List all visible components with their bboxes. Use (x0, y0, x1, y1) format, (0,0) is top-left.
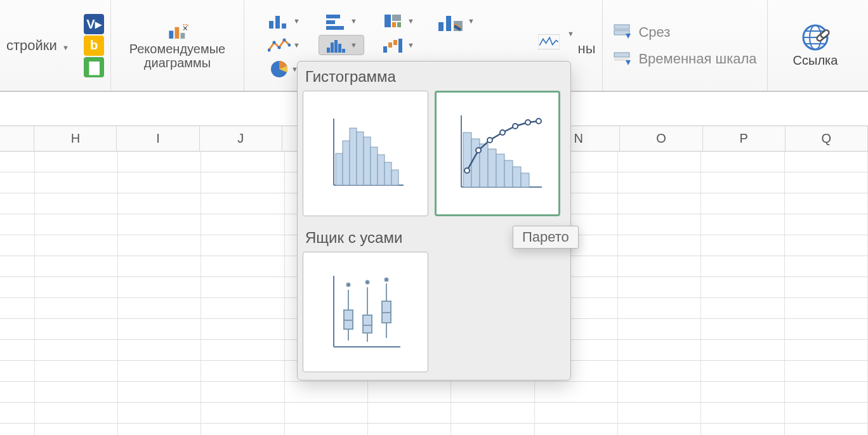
svg-rect-32 (398, 39, 402, 53)
svg-rect-17 (326, 15, 340, 18)
svg-rect-8 (269, 21, 273, 29)
svg-point-7 (187, 24, 188, 25)
svg-point-72 (500, 130, 505, 135)
link-group[interactable]: Ссылка (768, 0, 863, 91)
slicer-label: Срез (638, 24, 670, 41)
svg-rect-64 (488, 149, 496, 187)
slicer-button[interactable]: Срез (613, 23, 670, 41)
svg-rect-33 (438, 22, 444, 31)
svg-rect-34 (446, 16, 451, 31)
svg-rect-65 (496, 154, 504, 187)
dropdown-caret-icon: ▼ (407, 41, 414, 49)
recommended-charts-icon (167, 22, 188, 41)
svg-point-14 (283, 38, 286, 41)
column-header[interactable]: J (200, 126, 282, 151)
svg-rect-10 (282, 23, 286, 29)
svg-rect-27 (392, 22, 396, 27)
svg-rect-1 (174, 27, 179, 38)
box-whisker-option[interactable] (303, 252, 428, 372)
visio-addin-icon[interactable]: V▸ (84, 14, 104, 34)
svg-point-73 (513, 124, 518, 129)
histogram-chart-button[interactable]: ▼ (319, 35, 364, 55)
svg-rect-26 (392, 15, 401, 21)
svg-point-13 (278, 46, 281, 49)
svg-rect-51 (343, 141, 350, 185)
column-header[interactable]: I (117, 126, 199, 151)
svg-point-89 (385, 278, 388, 282)
dropdown-caret-icon: ▼ (468, 17, 475, 25)
dropdown-caret-icon: ▼ (293, 17, 300, 25)
column-header[interactable]: Q (786, 126, 868, 151)
svg-rect-62 (471, 139, 480, 187)
hierarchy-chart-button[interactable]: ▼ (376, 11, 421, 31)
column-header[interactable]: H (34, 126, 117, 151)
pareto-chart-option[interactable] (435, 91, 560, 216)
svg-rect-68 (521, 173, 529, 187)
waterfall-chart-button[interactable]: ▼ (376, 35, 421, 55)
svg-rect-18 (326, 20, 335, 24)
svg-rect-24 (342, 49, 345, 53)
svg-rect-53 (357, 132, 364, 185)
svg-rect-23 (338, 44, 341, 53)
histogram-section-title: Гистограмма (305, 68, 563, 86)
svg-rect-22 (334, 40, 338, 53)
svg-rect-66 (504, 160, 513, 187)
recommended-charts-group[interactable]: Рекомендуемые диаграммы (111, 0, 244, 91)
svg-rect-61 (463, 133, 471, 187)
timeline-label: Временная шкала (638, 51, 756, 67)
svg-point-69 (464, 168, 470, 173)
svg-point-12 (273, 41, 276, 44)
svg-rect-52 (350, 128, 357, 185)
svg-rect-29 (383, 46, 387, 53)
svg-rect-25 (385, 15, 391, 27)
svg-rect-20 (327, 48, 330, 53)
combo-chart-button[interactable]: ▼ (433, 11, 478, 31)
svg-rect-31 (393, 40, 397, 45)
bing-addin-icon[interactable]: b (84, 36, 104, 56)
column-header[interactable] (0, 126, 34, 151)
svg-point-71 (487, 138, 492, 143)
svg-rect-83 (363, 315, 372, 333)
addins-group: стройки ▼ V▸ b ▇ (0, 0, 111, 91)
svg-rect-54 (364, 137, 371, 185)
svg-rect-0 (169, 30, 173, 38)
svg-rect-9 (275, 16, 280, 29)
svg-point-74 (525, 120, 530, 125)
dropdown-caret-icon: ▼ (567, 30, 574, 37)
histogram-chart-option[interactable] (303, 91, 428, 216)
svg-rect-30 (388, 42, 392, 48)
sparklines-label-tail: ны (578, 41, 596, 57)
dropdown-caret-icon: ▼ (293, 41, 300, 49)
timeline-button[interactable]: Временная шкала (613, 50, 756, 68)
svg-rect-50 (336, 153, 343, 185)
histogram-dropdown-panel: Гистограмма (297, 61, 571, 380)
dropdown-caret-icon[interactable]: ▼ (62, 44, 69, 51)
pareto-tooltip: Парето (513, 226, 579, 249)
svg-rect-39 (614, 53, 629, 57)
svg-point-85 (366, 281, 369, 284)
dropdown-caret-icon: ▼ (350, 17, 357, 25)
svg-rect-58 (391, 170, 398, 185)
svg-rect-55 (371, 147, 378, 185)
column-header[interactable]: P (703, 126, 786, 151)
recommended-charts-label: Рекомендуемые диаграммы (129, 42, 225, 70)
line-chart-button[interactable]: ▼ (261, 35, 307, 55)
filters-group: Срез Временная шкала (603, 0, 768, 91)
svg-rect-67 (513, 167, 521, 187)
dropdown-caret-icon: ▼ (350, 41, 357, 49)
svg-rect-37 (614, 25, 629, 29)
svg-point-81 (347, 283, 350, 287)
column-chart-button[interactable]: ▼ (261, 11, 307, 31)
addin-icon-stack: V▸ b ▇ (84, 14, 104, 77)
link-label: Ссылка (793, 53, 838, 68)
svg-point-70 (476, 148, 481, 153)
globe-link-icon (801, 23, 830, 52)
column-header[interactable]: O (620, 126, 702, 151)
svg-point-5 (183, 23, 184, 25)
addins-label: стройки (6, 37, 57, 53)
svg-point-6 (185, 23, 186, 25)
svg-rect-28 (397, 22, 401, 27)
bar-chart-button[interactable]: ▼ (319, 11, 364, 31)
people-addin-icon[interactable]: ▇ (84, 57, 104, 77)
sparkline-icon (538, 32, 560, 51)
